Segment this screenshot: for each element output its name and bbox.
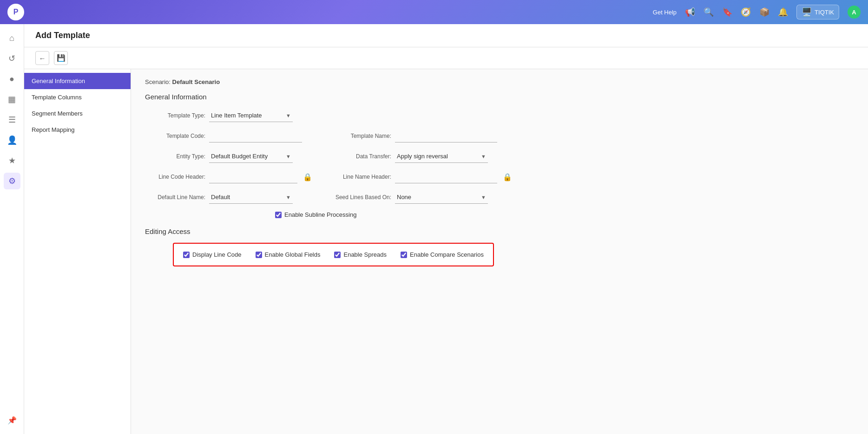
sidebar-home[interactable]: ⌂ xyxy=(4,30,20,46)
data-transfer-group: Data Transfer: Apply sign reversal No si… xyxy=(331,150,507,163)
sidebar-star[interactable]: ★ xyxy=(4,152,20,169)
form-row-headers: Line Code Header: 🔒 Line Name Header: 🔒 xyxy=(145,170,854,183)
template-type-select-wrapper: Line Item Template Budget Template Forec… xyxy=(209,109,293,122)
default-line-name-group: Default Line Name: Default Custom ▼ xyxy=(145,191,322,204)
enable-compare-scenarios-checkbox[interactable] xyxy=(401,252,407,258)
data-transfer-select[interactable]: Apply sign reversal No sign reversal xyxy=(395,150,488,163)
template-code-input[interactable] xyxy=(209,130,302,143)
page-title: Add Template xyxy=(35,31,90,40)
template-name-label: Template Name: xyxy=(331,133,391,139)
editing-access-item-1: Enable Global Fields xyxy=(256,251,321,258)
main-form-area: General Information Template Columns Seg… xyxy=(24,69,868,434)
active-module-icon: 🖥️ xyxy=(802,7,812,17)
app-body: ⌂ ↺ ● ▦ ☰ 👤 ★ ⚙ 📌 Add Template ← 💾 xyxy=(0,24,868,434)
template-type-select[interactable]: Line Item Template Budget Template Forec… xyxy=(209,109,293,122)
form-content: Scenario: Default Scenario General Infor… xyxy=(131,69,868,434)
back-button[interactable]: ← xyxy=(35,51,49,65)
line-name-lock-icon: 🔒 xyxy=(503,173,512,181)
seed-lines-select-wrapper: None Budget Entity Segment ▼ xyxy=(395,191,488,204)
entity-type-label: Entity Type: xyxy=(145,153,205,160)
display-line-code-checkbox[interactable] xyxy=(183,252,190,258)
nav-report-mapping[interactable]: Report Mapping xyxy=(24,122,131,138)
entity-type-select[interactable]: Default Budget Entity Custom Entity xyxy=(209,150,293,163)
user-avatar[interactable]: A xyxy=(848,6,861,19)
scenario-line: Scenario: Default Scenario xyxy=(145,78,854,85)
default-line-name-select[interactable]: Default Custom xyxy=(209,191,293,204)
megaphone-icon[interactable]: 📢 xyxy=(685,7,695,17)
enable-spreads-label: Enable Spreads xyxy=(343,251,387,258)
get-help-link[interactable]: Get Help xyxy=(653,9,677,16)
template-code-group: Template Code: xyxy=(145,130,322,143)
line-name-header-label: Line Name Header: xyxy=(331,174,391,180)
sidebar-pin[interactable]: 📌 xyxy=(4,412,20,428)
enable-spreads-checkbox[interactable] xyxy=(334,252,341,258)
form-row-template-code-name: Template Code: Template Name: xyxy=(145,130,854,143)
top-nav-right: Get Help 📢 🔍 🔖 🧭 📦 🔔 🖥️ TIQTIK A xyxy=(653,5,861,19)
template-type-label: Template Type: xyxy=(145,112,205,119)
seed-lines-label: Seed Lines Based On: xyxy=(331,194,391,201)
cube-icon[interactable]: 📦 xyxy=(759,7,769,17)
sidebar-table[interactable]: ☰ xyxy=(4,111,20,128)
sidebar-person[interactable]: 👤 xyxy=(4,132,20,149)
nav-general-information[interactable]: General Information xyxy=(24,73,131,89)
sidebar-settings[interactable]: ⚙ xyxy=(4,173,20,189)
active-module-btn[interactable]: 🖥️ TIQTIK xyxy=(796,5,839,19)
seed-lines-group: Seed Lines Based On: None Budget Entity … xyxy=(331,191,507,204)
default-line-name-label: Default Line Name: xyxy=(145,194,205,201)
toolbar: ← 💾 xyxy=(24,47,868,69)
editing-access-section-title: Editing Access xyxy=(145,227,854,235)
line-name-header-input[interactable] xyxy=(395,170,497,183)
line-code-lock-icon: 🔒 xyxy=(303,173,312,181)
sidebar-circle[interactable]: ● xyxy=(4,71,20,87)
bell-icon[interactable]: 🔔 xyxy=(778,7,788,17)
top-nav: P Get Help 📢 🔍 🔖 🧭 📦 🔔 🖥️ TIQTIK A xyxy=(0,0,868,24)
enable-subline-row: Enable Subline Processing xyxy=(145,211,854,218)
enable-compare-scenarios-label: Enable Compare Scenarios xyxy=(410,251,484,258)
active-module-label: TIQTIK xyxy=(815,9,834,16)
search-icon[interactable]: 🔍 xyxy=(704,7,714,17)
form-row-template-type: Template Type: Line Item Template Budget… xyxy=(145,109,854,122)
page-header: Add Template xyxy=(24,24,868,47)
template-code-label: Template Code: xyxy=(145,133,205,139)
sidebar-grid[interactable]: ▦ xyxy=(4,91,20,108)
back-icon: ← xyxy=(39,54,46,62)
enable-subline-label: Enable Subline Processing xyxy=(284,211,356,218)
display-line-code-label: Display Line Code xyxy=(192,251,242,258)
bookmark-icon[interactable]: 🔖 xyxy=(722,7,732,17)
line-code-header-group: Line Code Header: 🔒 xyxy=(145,170,322,183)
enable-global-fields-label: Enable Global Fields xyxy=(265,251,321,258)
enable-global-fields-checkbox[interactable] xyxy=(256,252,262,258)
app-logo[interactable]: P xyxy=(7,4,24,20)
entity-type-select-wrapper: Default Budget Entity Custom Entity ▼ xyxy=(209,150,293,163)
template-name-group: Template Name: xyxy=(331,130,507,143)
icon-sidebar: ⌂ ↺ ● ▦ ☰ 👤 ★ ⚙ 📌 xyxy=(0,24,24,434)
template-name-input[interactable] xyxy=(395,130,497,143)
nav-segment-members[interactable]: Segment Members xyxy=(24,105,131,122)
left-nav: General Information Template Columns Seg… xyxy=(24,69,131,434)
compass-icon[interactable]: 🧭 xyxy=(741,7,751,17)
data-transfer-select-wrapper: Apply sign reversal No sign reversal ▼ xyxy=(395,150,488,163)
form-row-default-line: Default Line Name: Default Custom ▼ Seed… xyxy=(145,191,854,204)
editing-access-item-3: Enable Compare Scenarios xyxy=(401,251,484,258)
line-code-header-input[interactable] xyxy=(209,170,297,183)
seed-lines-select[interactable]: None Budget Entity Segment xyxy=(395,191,488,204)
data-transfer-label: Data Transfer: xyxy=(331,153,391,160)
form-row-entity-data: Entity Type: Default Budget Entity Custo… xyxy=(145,150,854,163)
save-icon: 💾 xyxy=(57,54,66,62)
save-button[interactable]: 💾 xyxy=(54,51,68,65)
template-type-group: Template Type: Line Item Template Budget… xyxy=(145,109,322,122)
editing-access-box: Display Line Code Enable Global Fields E… xyxy=(173,243,494,266)
line-code-header-label: Line Code Header: xyxy=(145,174,205,180)
entity-type-group: Entity Type: Default Budget Entity Custo… xyxy=(145,150,322,163)
default-line-name-select-wrapper: Default Custom ▼ xyxy=(209,191,293,204)
enable-subline-checkbox[interactable] xyxy=(275,212,282,218)
line-name-header-group: Line Name Header: 🔒 xyxy=(331,170,512,183)
editing-access-item-2: Enable Spreads xyxy=(334,251,387,258)
nav-template-columns[interactable]: Template Columns xyxy=(24,89,131,105)
general-information-section-title: General Information xyxy=(145,93,854,101)
editing-access-item-0: Display Line Code xyxy=(183,251,242,258)
content-area: Add Template ← 💾 General Information Tem… xyxy=(24,24,868,434)
sidebar-refresh[interactable]: ↺ xyxy=(4,50,20,67)
